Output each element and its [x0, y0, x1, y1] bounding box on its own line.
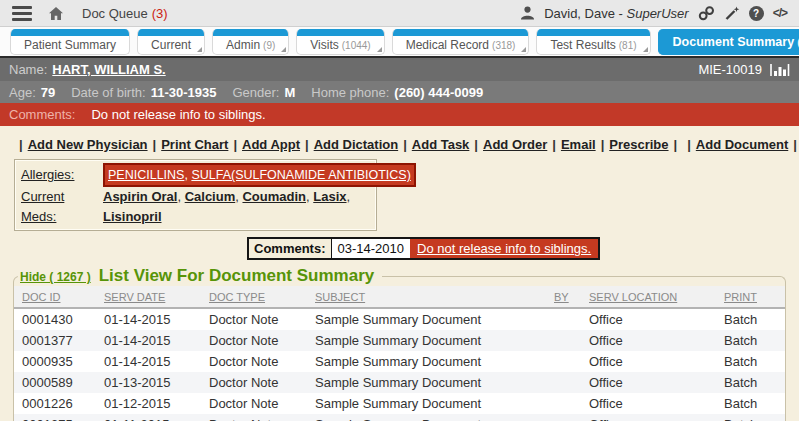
document-row[interactable]: 000122601-12-2015Doctor NoteSample Summa…	[14, 393, 785, 414]
tab-current[interactable]: Current	[137, 29, 205, 55]
cell	[546, 351, 581, 372]
cell: 01-13-2015	[96, 372, 201, 393]
current-meds-list: Aspirin Oral, Calcium, Coumadin, Lasix, …	[103, 187, 370, 227]
document-row[interactable]: 000137701-14-2015Doctor NoteSample Summa…	[14, 330, 785, 351]
cell: Office	[581, 351, 716, 372]
cell: Sample Summary Document	[307, 351, 546, 372]
menu-icon[interactable]	[12, 6, 32, 21]
print-chart-link[interactable]: Print Chart	[161, 137, 228, 152]
cell	[546, 414, 581, 421]
cell: 01-14-2015	[96, 351, 201, 372]
tab-patient-summary[interactable]: Patient Summary	[10, 29, 130, 55]
column-header-print[interactable]: PRINT	[716, 286, 785, 308]
queue-title[interactable]: Doc Queue	[82, 6, 148, 21]
patient-name-bar: Name: HART, WILLIAM S. MIE-10019	[0, 58, 799, 81]
medication-link[interactable]: Coumadin	[242, 189, 306, 204]
cell: 0001226	[14, 393, 96, 414]
help-icon[interactable]: ?	[749, 6, 764, 21]
cell	[546, 393, 581, 414]
comment-note-link[interactable]: Do not release info to siblings.	[410, 239, 598, 258]
current-meds-label[interactable]: Current Meds:	[21, 187, 103, 227]
allergy-item[interactable]: SULFA(SULFONAMIDE ANTIBIOTICS)	[191, 168, 410, 182]
cell: 01-12-2015	[96, 393, 201, 414]
medication-link[interactable]: Aspirin Oral	[103, 189, 177, 204]
column-header-by[interactable]: BY	[546, 286, 581, 308]
column-header-subject[interactable]: SUBJECT	[307, 286, 546, 308]
phone-label: Home phone:	[311, 85, 389, 100]
medication-link[interactable]: Lasix	[313, 189, 346, 204]
tab-label: Document Summary(1267)	[659, 35, 799, 49]
user-name[interactable]: David, Dave - SuperUser	[544, 6, 689, 21]
document-row[interactable]: 000058901-13-2015Doctor NoteSample Summa…	[14, 372, 785, 393]
tab-count: (1044)	[342, 40, 371, 51]
tab-count: (81)	[619, 40, 637, 51]
add-dictation-link[interactable]: Add Dictation	[314, 137, 399, 152]
cell: 01-11-2015	[96, 414, 201, 421]
age-value: 79	[41, 85, 55, 100]
chart-stats-icon[interactable]	[770, 63, 790, 77]
tab-accent-strip	[213, 29, 288, 36]
code-icon[interactable]: </>	[773, 6, 787, 20]
top-bar: Doc Queue (3) David, Dave - SuperUser ? …	[0, 0, 799, 27]
column-header-doc-type[interactable]: DOC TYPE	[201, 286, 307, 308]
add-order-link[interactable]: Add Order	[483, 137, 547, 152]
tab-label: Admin(9)	[213, 36, 288, 52]
separator: |	[153, 137, 157, 152]
cell: Sample Summary Document	[307, 393, 546, 414]
gender-value: M	[284, 85, 295, 100]
column-header-serv-date[interactable]: SERV DATE	[96, 286, 201, 308]
wand-icon[interactable]	[724, 6, 740, 21]
medication-link[interactable]: Lisinopril	[103, 209, 162, 224]
cell: 01-14-2015	[96, 330, 201, 351]
tab-accent-strip	[297, 29, 383, 36]
add-task-link[interactable]: Add Task	[412, 137, 470, 152]
cell	[546, 372, 581, 393]
age-label: Age:	[9, 85, 36, 100]
allergy-item[interactable]: PENICILLINS	[108, 168, 184, 182]
phone-value: (260) 444-0099	[394, 85, 483, 100]
home-icon[interactable]	[48, 6, 64, 21]
document-row[interactable]: 000093501-14-2015Doctor NoteSample Summa…	[14, 351, 785, 372]
add-document-link[interactable]: Add Document	[696, 137, 788, 152]
tab-label: Test Results(81)	[537, 36, 649, 52]
tab-document-summary[interactable]: Document Summary(1267)	[658, 29, 799, 55]
tab-count: (318)	[492, 40, 515, 51]
hide-link[interactable]: Hide ( 1267 )	[20, 270, 91, 284]
tab-accent-strip	[537, 29, 649, 36]
gender-label: Gender:	[232, 85, 279, 100]
tab-admin[interactable]: Admin(9)	[212, 29, 289, 55]
document-table: DOC IDSERV DATEDOC TYPESUBJECTBYSERV LOC…	[14, 286, 785, 421]
column-header-serv-location[interactable]: SERV LOCATION	[581, 286, 716, 308]
separator: |	[474, 137, 478, 152]
prescribe-link[interactable]: Prescribe	[609, 137, 668, 152]
link-icon[interactable]	[698, 6, 715, 21]
cell: Batch	[716, 330, 785, 351]
tab-visits[interactable]: Visits(1044)	[296, 29, 384, 55]
section-title: List View For Document Summary	[99, 266, 375, 286]
add-appt-link[interactable]: Add Appt	[242, 137, 300, 152]
cell: Office	[581, 414, 716, 421]
column-header-doc-id[interactable]: DOC ID	[14, 286, 96, 308]
cell: Sample Summary Document	[307, 308, 546, 330]
tab-label: Current	[138, 36, 204, 52]
cell: Office	[581, 393, 716, 414]
cell: Doctor Note	[201, 393, 307, 414]
cell: Batch	[716, 414, 785, 421]
comments-label: Comments:	[9, 107, 75, 122]
cell: Doctor Note	[201, 372, 307, 393]
separator: |	[674, 137, 678, 152]
add-new-physician-link[interactable]: Add New Physician	[28, 137, 148, 152]
email-link[interactable]: Email	[561, 137, 596, 152]
separator: |	[305, 137, 309, 152]
cell: Office	[581, 372, 716, 393]
document-row[interactable]: 000137501-11-2015Doctor NoteSample Summa…	[14, 414, 785, 421]
separator: |	[233, 137, 237, 152]
patient-name-link[interactable]: HART, WILLIAM S.	[52, 62, 165, 77]
tab-test-results[interactable]: Test Results(81)	[536, 29, 650, 55]
tab-medical-record[interactable]: Medical Record(318)	[392, 29, 530, 55]
tab-label: Patient Summary	[11, 36, 129, 52]
allergies-label[interactable]: Allergies:	[21, 165, 103, 185]
medication-link[interactable]: Calcium	[185, 189, 236, 204]
document-row[interactable]: 000143001-14-2015Doctor NoteSample Summa…	[14, 308, 785, 330]
cell: Doctor Note	[201, 330, 307, 351]
